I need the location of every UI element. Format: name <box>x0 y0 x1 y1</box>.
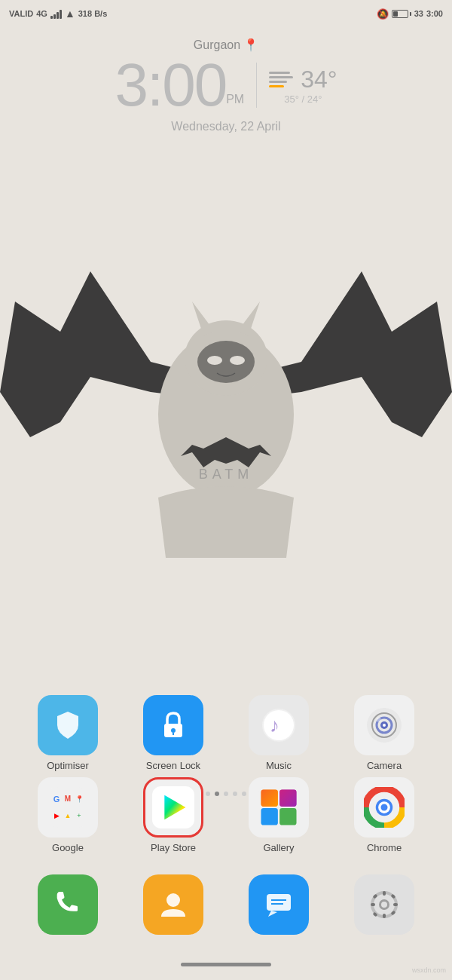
clock-period: PM <box>226 93 244 106</box>
page-dot-3 <box>224 792 228 796</box>
chrome-label: Chrome <box>367 842 402 853</box>
svg-rect-33 <box>267 894 291 911</box>
music-icon-wrap: ♪ <box>249 695 309 755</box>
dock-settings[interactable] <box>343 874 426 935</box>
google-label: Google <box>52 842 84 853</box>
svg-rect-24 <box>261 808 277 825</box>
google-icon-wrap: G M 📍 ▶ ▲ + <box>38 777 98 838</box>
status-bar: VALID 4G ▲ 318 B/s 🔕 33 3:00 <box>0 0 452 27</box>
dock-contacts[interactable] <box>132 874 215 935</box>
date-label: Wednesday, 22 April <box>0 120 452 133</box>
weather-condition-icon <box>269 72 293 87</box>
svg-rect-38 <box>383 891 386 896</box>
folder-more: + <box>75 809 84 824</box>
dock-phone[interactable] <box>26 874 109 935</box>
weather-section: 34° 35° / 24° <box>269 66 337 105</box>
time-weather-divider <box>256 63 257 108</box>
page-indicators <box>0 792 452 796</box>
battery-icon <box>392 10 411 18</box>
location-label: Gurgaon 📍 <box>0 38 452 52</box>
batman-text: BATM <box>199 467 254 482</box>
page-dot-4 <box>233 792 237 796</box>
network-type: 4G <box>36 9 47 18</box>
mute-icon: 🔕 <box>377 8 389 20</box>
app-gallery[interactable]: Gallery <box>237 777 320 853</box>
page-dot-5 <box>242 792 246 796</box>
svg-marker-2 <box>192 302 215 335</box>
carrier-text: VALID <box>9 9 33 18</box>
app-camera[interactable]: Camera <box>343 695 426 771</box>
gallery-icon-wrap <box>249 777 309 838</box>
speed-text: 318 B/s <box>78 9 108 18</box>
svg-rect-41 <box>393 903 398 906</box>
app-chrome[interactable]: Chrome <box>343 777 426 853</box>
dock <box>0 874 452 935</box>
playstore-icon-wrap <box>143 777 203 838</box>
temperature: 34° <box>301 66 337 93</box>
screenlock-icon-wrap <box>143 695 203 755</box>
wifi-icon: ▲ <box>65 8 75 20</box>
app-row-1: Optimiser Screen Lock ♪ <box>15 695 437 771</box>
watermark: wsxdn.com <box>412 966 446 974</box>
optimiser-icon-wrap <box>38 695 98 755</box>
svg-rect-25 <box>279 808 296 825</box>
phone-icon-wrap <box>38 874 98 935</box>
svg-point-17 <box>383 724 386 727</box>
messages-icon-wrap <box>249 874 309 935</box>
signal-icon <box>50 8 62 19</box>
folder-drive: ▲ <box>63 809 72 824</box>
optimiser-label: Optimiser <box>47 760 89 771</box>
clock-time: 3:00 <box>115 55 226 115</box>
camera-label: Camera <box>367 760 402 771</box>
location-pin-icon: 📍 <box>243 38 258 52</box>
home-pill[interactable] <box>181 963 271 966</box>
battery-level: 33 <box>414 9 423 18</box>
camera-icon-wrap <box>354 695 414 755</box>
status-left: VALID 4G ▲ 318 B/s <box>9 8 107 20</box>
svg-rect-39 <box>383 914 386 918</box>
app-grid: Optimiser Screen Lock ♪ <box>0 695 452 859</box>
svg-point-32 <box>166 893 180 907</box>
svg-point-47 <box>381 902 387 908</box>
svg-point-8 <box>171 728 176 733</box>
music-label: Music <box>266 760 292 771</box>
temp-range: 35° / 24° <box>284 93 322 105</box>
status-right: 🔕 33 3:00 <box>377 8 443 20</box>
folder-youtube: ▶ <box>52 809 61 824</box>
svg-point-5 <box>207 356 222 365</box>
contacts-icon-wrap <box>143 874 203 935</box>
gallery-label: Gallery <box>263 842 294 853</box>
page-dot-1 <box>206 792 210 796</box>
chrome-icon-wrap <box>354 777 414 838</box>
svg-marker-3 <box>237 302 260 335</box>
settings-icon-wrap <box>354 874 414 935</box>
app-music[interactable]: ♪ Music <box>237 695 320 771</box>
screenlock-label: Screen Lock <box>146 760 200 771</box>
app-optimiser[interactable]: Optimiser <box>26 695 109 771</box>
svg-point-6 <box>230 356 245 365</box>
clock-section: Gurgaon 📍 3:00 PM 34° 35° / 24° Wednesda… <box>0 38 452 133</box>
svg-point-18 <box>377 718 381 722</box>
page-dot-2 <box>215 792 219 796</box>
clock-row: 3:00 PM 34° 35° / 24° <box>0 55 452 115</box>
batman-wallpaper: BATM <box>0 241 452 558</box>
app-playstore[interactable]: Play Store <box>132 777 215 853</box>
playstore-label: Play Store <box>151 842 196 853</box>
app-row-2: G M 📍 ▶ ▲ + Google <box>15 777 437 853</box>
svg-text:♪: ♪ <box>270 714 279 737</box>
app-screenlock[interactable]: Screen Lock <box>132 695 215 771</box>
status-time: 3:00 <box>426 9 443 18</box>
svg-rect-40 <box>371 903 375 906</box>
app-google[interactable]: G M 📍 ▶ ▲ + Google <box>26 777 109 853</box>
svg-point-31 <box>381 804 388 811</box>
dock-messages[interactable] <box>237 874 320 935</box>
